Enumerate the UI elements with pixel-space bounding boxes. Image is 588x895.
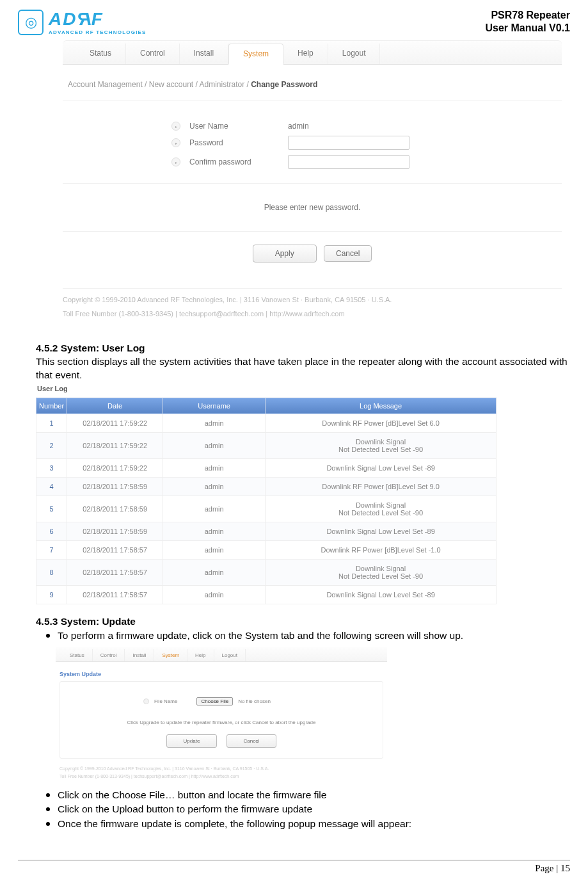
copyright-footer-small: Copyright © 1999-2010 Advanced RF Techno…: [56, 759, 387, 784]
bullet-icon: [46, 793, 50, 797]
bullet-icon: [46, 807, 50, 811]
form-message: Please enter new password.: [63, 184, 562, 232]
password-label: Password: [189, 138, 279, 147]
cell-date: 02/18/2011 17:58:57: [67, 540, 163, 559]
password-form: ▸ User Name admin ▸ Password ▸ Confirm p…: [63, 101, 562, 184]
cell-username: admin: [163, 540, 266, 559]
cell-logmessage: Downlink Signal Low Level Set -89: [266, 458, 497, 477]
bullet-item: Click on the Choose File… button and loc…: [46, 788, 570, 802]
table-row: 902/18/2011 17:58:57adminDownlink Signal…: [36, 585, 497, 604]
bullet-item: Click on the Upload button to perform th…: [46, 802, 570, 816]
cell-logmessage: Downlink RF Power [dB]Level Set 9.0: [266, 477, 497, 496]
table-row: 402/18/2011 17:58:59adminDownlink RF Pow…: [36, 477, 497, 496]
tab-help[interactable]: Help: [283, 44, 328, 64]
col-username: Username: [163, 398, 266, 414]
tab-help[interactable]: Help: [187, 649, 214, 661]
cell-username: admin: [163, 522, 266, 540]
cell-number: 6: [36, 522, 67, 540]
cell-date: 02/18/2011 17:59:22: [67, 432, 163, 458]
bullet-icon: ▸: [171, 122, 180, 131]
cell-number: 4: [36, 477, 67, 496]
tabs-bar-small: Status Control Install System Help Logou…: [56, 647, 387, 662]
screenshot-change-password: Status Control Install System Help Logou…: [63, 40, 562, 325]
table-row: 602/18/2011 17:58:59adminDownlink Signal…: [36, 522, 497, 540]
tab-logout[interactable]: Logout: [328, 44, 381, 64]
section-head-452: 4.5.2 System: User Log: [36, 343, 570, 354]
cell-username: admin: [163, 432, 266, 458]
bullet-icon: [46, 822, 50, 826]
cell-number: 5: [36, 496, 67, 522]
bullet-icon: ▸: [171, 138, 180, 147]
cell-logmessage: Downlink SignalNot Detected Level Set -9…: [266, 496, 497, 522]
cell-logmessage: Downlink SignalNot Detected Level Set -9…: [266, 559, 497, 585]
cell-logmessage: Downlink Signal Low Level Set -89: [266, 522, 497, 540]
tab-control[interactable]: Control: [93, 649, 125, 661]
bullet-item: Once the firmware update is complete, th…: [46, 817, 570, 831]
choose-file-button[interactable]: Choose File: [196, 697, 233, 706]
confirm-password-input[interactable]: [288, 155, 409, 169]
update-button[interactable]: Update: [166, 734, 218, 748]
tab-status[interactable]: Status: [75, 44, 126, 64]
userlog-caption: User Log: [36, 383, 570, 395]
cell-logmessage: Downlink RF Power [dB]Level Set 6.0: [266, 414, 497, 432]
table-row: 702/18/2011 17:58:57adminDownlink RF Pow…: [36, 540, 497, 559]
password-input[interactable]: [288, 136, 409, 150]
cell-logmessage: Downlink Signal Low Level Set -89: [266, 585, 497, 604]
cell-date: 02/18/2011 17:59:22: [67, 414, 163, 432]
page-header: ◎ ADRF ADVANCED RF TECHNOLOGIES PSR78 Re…: [18, 9, 570, 35]
logo-text-main: ADRF: [49, 9, 147, 29]
table-row: 302/18/2011 17:59:22adminDownlink Signal…: [36, 458, 497, 477]
copyright-footer: Copyright © 1999-2010 Advanced RF Techno…: [63, 288, 562, 325]
logo-icon: ◎: [18, 10, 44, 35]
tab-logout[interactable]: Logout: [214, 649, 246, 661]
section-head-453: 4.5.3 System: Update: [36, 616, 570, 627]
logo-block: ◎ ADRF ADVANCED RF TECHNOLOGIES: [18, 9, 147, 35]
col-date: Date: [67, 398, 163, 414]
cell-number: 9: [36, 585, 67, 604]
cell-username: admin: [163, 559, 266, 585]
bullet-icon: [46, 634, 50, 638]
update-panel: File Name Choose File No file chosen Cli…: [60, 681, 383, 759]
bullet-item: To perform a firmware update, click on t…: [46, 629, 570, 643]
update-instruction: Click Upgrade to update the repeater fir…: [73, 720, 370, 725]
page-number: Page | 15: [0, 863, 588, 874]
bullet-icon: [143, 698, 149, 704]
tab-system[interactable]: System: [154, 649, 187, 661]
tab-system[interactable]: System: [228, 44, 283, 65]
cancel-button[interactable]: Cancel: [324, 245, 372, 262]
cell-date: 02/18/2011 17:58:59: [67, 496, 163, 522]
cell-username: admin: [163, 458, 266, 477]
apply-button[interactable]: Apply: [253, 245, 317, 262]
file-name-label: File Name: [154, 698, 177, 704]
cell-date: 02/18/2011 17:58:59: [67, 522, 163, 540]
no-file-text: No file chosen: [238, 698, 271, 704]
cell-number: 7: [36, 540, 67, 559]
username-value: admin: [288, 122, 309, 131]
cell-number: 2: [36, 432, 67, 458]
tab-control[interactable]: Control: [126, 44, 180, 64]
footer-rule: [18, 860, 570, 860]
tabs-bar: Status Control Install System Help Logou…: [63, 40, 562, 65]
table-row: 202/18/2011 17:59:22adminDownlink Signal…: [36, 432, 497, 458]
cell-number: 8: [36, 559, 67, 585]
tab-install[interactable]: Install: [180, 44, 228, 64]
cell-username: admin: [163, 585, 266, 604]
cell-logmessage: Downlink RF Power [dB]Level Set -1.0: [266, 540, 497, 559]
table-row: 802/18/2011 17:58:57adminDownlink Signal…: [36, 559, 497, 585]
cell-username: admin: [163, 414, 266, 432]
section-body-452: This section displays all the system act…: [36, 355, 570, 382]
cell-logmessage: Downlink SignalNot Detected Level Set -9…: [266, 432, 497, 458]
table-row: 502/18/2011 17:58:59adminDownlink Signal…: [36, 496, 497, 522]
cell-date: 02/18/2011 17:58:57: [67, 585, 163, 604]
cell-date: 02/18/2011 17:58:59: [67, 477, 163, 496]
table-row: 102/18/2011 17:59:22adminDownlink RF Pow…: [36, 414, 497, 432]
tab-install[interactable]: Install: [125, 649, 154, 661]
breadcrumb: Account Management / New account / Admin…: [63, 65, 562, 101]
cancel-button[interactable]: Cancel: [226, 734, 277, 748]
cell-username: admin: [163, 496, 266, 522]
document-title: PSR78 Repeater User Manual V0.1: [486, 9, 571, 35]
userlog-table: Number Date Username Log Message 102/18/…: [36, 398, 497, 604]
tab-status[interactable]: Status: [62, 649, 93, 661]
bullet-icon: ▸: [171, 157, 180, 166]
col-logmessage: Log Message: [266, 398, 497, 414]
